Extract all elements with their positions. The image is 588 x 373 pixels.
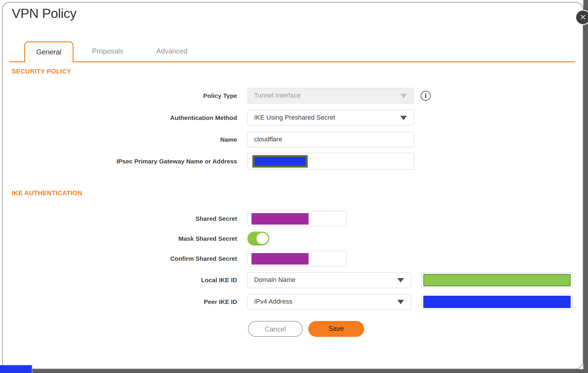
info-icon[interactable]: i bbox=[421, 91, 431, 101]
confirm-shared-secret-label: Confirm Shared Secret bbox=[0, 251, 237, 266]
peer-ike-id-select[interactable]: IPv4 Address bbox=[247, 294, 411, 310]
shared-secret-redaction bbox=[251, 213, 309, 225]
tab-general[interactable]: General bbox=[24, 41, 74, 62]
local-ike-id-select[interactable]: Domain Name bbox=[247, 272, 411, 288]
tab-proposals[interactable]: Proposals bbox=[83, 41, 132, 62]
section-ike-authentication: IKE AUTHENTICATION bbox=[12, 189, 82, 197]
shared-secret-input[interactable] bbox=[247, 211, 347, 226]
page-backdrop-bottom bbox=[0, 369, 588, 373]
chevron-down-icon bbox=[400, 94, 407, 98]
authentication-method-select[interactable]: IKE Using Preshared Secret bbox=[247, 110, 414, 126]
name-label: Name bbox=[0, 132, 237, 147]
peer-ike-id-value: IPv4 Address bbox=[254, 298, 292, 305]
page-title: VPN Policy bbox=[12, 6, 76, 21]
chevron-down-icon bbox=[397, 300, 404, 304]
tab-underline bbox=[9, 61, 575, 62]
name-input[interactable]: cloudflare bbox=[247, 132, 414, 147]
confirm-shared-secret-input[interactable] bbox=[247, 251, 347, 266]
mask-shared-secret-toggle[interactable] bbox=[247, 232, 269, 245]
bottom-left-redaction bbox=[0, 365, 32, 373]
name-value: cloudflare bbox=[254, 136, 282, 143]
local-ike-id-label: Local IKE ID bbox=[0, 272, 237, 288]
confirm-shared-secret-redaction bbox=[251, 253, 309, 265]
policy-type-value: Tunnel Interface bbox=[254, 92, 301, 99]
authentication-method-value: IKE Using Preshared Secret bbox=[254, 114, 335, 121]
chevron-down-icon bbox=[397, 278, 404, 282]
mask-shared-secret-label: Mask Shared Secret bbox=[0, 232, 237, 245]
shared-secret-label: Shared Secret bbox=[0, 211, 237, 226]
screen: { "dialog": { "title": "VPN Policy" }, "… bbox=[0, 0, 588, 373]
toggle-knob bbox=[256, 233, 268, 244]
ipsec-gateway-redaction bbox=[252, 155, 308, 168]
cancel-button[interactable]: Cancel bbox=[248, 321, 303, 337]
tab-advanced[interactable]: Advanced bbox=[147, 41, 196, 62]
policy-type-select: Tunnel Interface bbox=[247, 88, 414, 103]
local-ike-id-value: Domain Name bbox=[254, 276, 296, 283]
ipsec-gateway-label: IPsec Primary Gateway Name or Address bbox=[0, 153, 237, 170]
page-backdrop-right bbox=[583, 0, 588, 373]
save-button[interactable]: Save bbox=[308, 321, 364, 337]
close-icon[interactable]: ✕ bbox=[575, 10, 588, 25]
policy-type-label: Policy Type bbox=[0, 88, 237, 103]
peer-ike-id-input[interactable] bbox=[422, 294, 572, 310]
chevron-down-icon bbox=[400, 116, 407, 120]
peer-ike-id-redaction bbox=[423, 296, 571, 308]
authentication-method-label: Authentication Method bbox=[0, 110, 237, 126]
peer-ike-id-label: Peer IKE ID bbox=[0, 294, 237, 310]
section-security-policy: SECURITY POLICY bbox=[12, 68, 71, 75]
local-ike-id-input[interactable] bbox=[422, 272, 572, 288]
local-ike-id-redaction bbox=[423, 274, 571, 286]
